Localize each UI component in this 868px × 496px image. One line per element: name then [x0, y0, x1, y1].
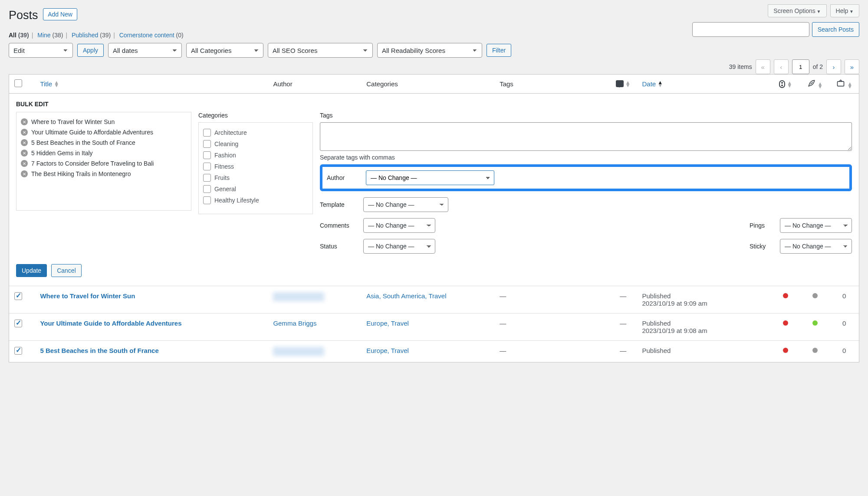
readability-dot [812, 348, 818, 353]
readability-filter[interactable]: All Readability Scores [377, 43, 482, 58]
col-date[interactable]: Date [642, 80, 656, 88]
bulk-edit-panel: BULK EDIT ✕Where to Travel for Winter Su… [9, 94, 859, 286]
col-title[interactable]: Title [40, 80, 52, 88]
selected-post-item: ✕5 Hidden Gems in Italy [21, 148, 187, 158]
post-title-link[interactable]: 5 Best Beaches in the South of France [40, 347, 158, 354]
remove-item-icon[interactable]: ✕ [21, 160, 28, 167]
post-tags: — [495, 313, 608, 340]
post-date: Published [638, 340, 771, 362]
category-checkbox[interactable] [203, 129, 211, 137]
seo-score-icon[interactable] [779, 80, 785, 88]
table-row: Your Ultimate Guide to Affordable Advent… [9, 313, 859, 340]
tags-label: Tags [320, 112, 852, 119]
selected-posts-list: ✕Where to Travel for Winter Sun ✕Your Ul… [16, 112, 191, 211]
view-mine[interactable]: Mine (38) [37, 32, 63, 39]
comments-label: Comments [320, 222, 357, 229]
col-tags: Tags [495, 75, 608, 94]
seo-dot [783, 348, 788, 353]
post-title-link[interactable]: Where to Travel for Winter Sun [40, 292, 135, 300]
tags-input[interactable] [320, 122, 852, 151]
add-new-button[interactable]: Add New [43, 8, 77, 20]
current-page-input[interactable] [792, 59, 809, 74]
sort-icon: ▲▼ [847, 82, 852, 88]
seo-dot [783, 320, 788, 326]
author-select[interactable]: — No Change — [366, 170, 494, 185]
readability-dot [812, 293, 818, 298]
post-categories[interactable]: Europe, Travel [366, 347, 409, 354]
status-label: Status [320, 243, 357, 250]
category-checkbox[interactable] [203, 185, 211, 193]
bulk-edit-legend: BULK EDIT [16, 101, 852, 108]
categories-label: Categories [198, 112, 313, 119]
view-cornerstone[interactable]: Cornerstone content (0) [119, 32, 184, 39]
select-all-checkbox[interactable] [14, 79, 22, 87]
post-author-link[interactable]: Gemma Briggs [273, 320, 316, 327]
view-published[interactable]: Published (39) [72, 32, 111, 39]
row-checkbox[interactable] [14, 292, 22, 300]
post-title-link[interactable]: Your Ultimate Guide to Affordable Advent… [40, 320, 181, 327]
category-checkbox[interactable] [203, 163, 211, 170]
tags-hint: Separate tags with commas [320, 154, 852, 161]
selected-post-item: ✕Where to Travel for Winter Sun [21, 117, 187, 127]
remove-item-icon[interactable]: ✕ [21, 129, 28, 136]
search-input[interactable] [692, 22, 809, 37]
category-checkbox[interactable] [203, 151, 211, 159]
selected-post-item: ✕5 Best Beaches in the South of France [21, 137, 187, 148]
items-count: 39 items [729, 63, 752, 70]
selected-post-item: ✕Your Ultimate Guide to Affordable Adven… [21, 127, 187, 137]
post-categories[interactable]: Europe, Travel [366, 320, 409, 327]
sort-icon: ▲▼ [658, 81, 663, 87]
last-page-button[interactable]: » [845, 59, 859, 74]
comments-select[interactable]: — No Change — [363, 218, 435, 233]
view-all[interactable]: All (39) [9, 32, 29, 39]
template-select[interactable]: — No Change — [363, 197, 448, 212]
first-page-button[interactable]: « [756, 59, 770, 74]
category-checkbox[interactable] [203, 140, 211, 148]
remove-item-icon[interactable]: ✕ [21, 170, 28, 177]
link-count-icon[interactable] [836, 82, 845, 89]
row-checkbox[interactable] [14, 320, 22, 327]
sort-icon: ▲▼ [787, 82, 792, 88]
link-count: 0 [829, 340, 859, 362]
row-checkbox[interactable] [14, 347, 22, 355]
help-button[interactable]: Help [830, 4, 859, 17]
update-button[interactable]: Update [16, 264, 47, 277]
prev-page-button[interactable]: ‹ [774, 59, 789, 74]
post-comments: — [608, 313, 638, 340]
category-checklist: Architecture Cleaning Fashion Fitness Fr… [198, 122, 313, 214]
readability-dot [812, 320, 818, 326]
post-author-link[interactable]: hollysantamera [273, 292, 324, 301]
post-date: Published2023/10/19 at 9:09 am [638, 286, 771, 313]
screen-options-button[interactable]: Screen Options [768, 4, 826, 17]
next-page-button[interactable]: › [826, 59, 841, 74]
remove-item-icon[interactable]: ✕ [21, 139, 28, 146]
col-author: Author [269, 75, 362, 94]
status-select[interactable]: — No Change — [363, 239, 435, 254]
sort-icon: ▲▼ [54, 81, 59, 87]
categories-filter[interactable]: All Categories [186, 43, 263, 58]
readability-icon[interactable] [807, 82, 816, 89]
bulk-action-select[interactable]: Edit [9, 43, 73, 58]
filter-button[interactable]: Filter [487, 44, 511, 57]
apply-button[interactable]: Apply [77, 44, 104, 57]
post-categories[interactable]: Asia, South America, Travel [366, 292, 446, 300]
post-author-link[interactable]: hollysantamera [273, 347, 324, 356]
author-label: Author [327, 174, 359, 181]
remove-item-icon[interactable]: ✕ [21, 150, 28, 157]
remove-item-icon[interactable]: ✕ [21, 118, 28, 125]
pings-select[interactable]: — No Change — [780, 218, 852, 233]
category-checkbox[interactable] [203, 174, 211, 182]
sticky-select[interactable]: — No Change — [780, 239, 852, 254]
search-button[interactable]: Search Posts [812, 22, 859, 37]
total-pages: of 2 [813, 63, 823, 70]
link-count: 0 [829, 313, 859, 340]
comments-icon[interactable] [616, 80, 624, 87]
dates-filter[interactable]: All dates [108, 43, 182, 58]
seo-filter[interactable]: All SEO Scores [268, 43, 373, 58]
sort-icon: ▲▼ [818, 82, 823, 88]
cancel-button[interactable]: Cancel [51, 264, 82, 277]
post-date: Published2023/10/19 at 9:08 am [638, 313, 771, 340]
post-tags: — [495, 340, 608, 362]
post-comments: — [608, 340, 638, 362]
category-checkbox[interactable] [203, 196, 211, 204]
